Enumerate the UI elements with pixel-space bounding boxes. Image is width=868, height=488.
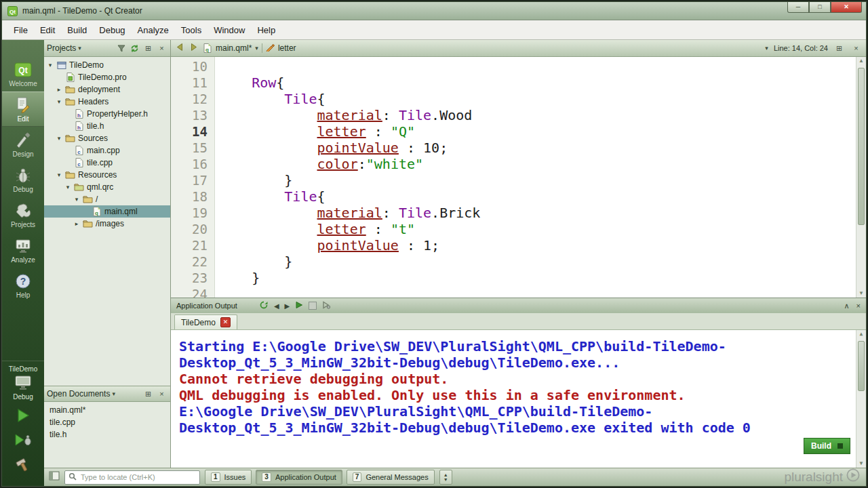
tree-item-sources[interactable]: ▾Sources [44,132,170,144]
help-icon: ? [15,272,31,290]
chevron-down-icon[interactable]: ▾ [765,45,768,52]
kit-selector[interactable]: TileDemo Debug [2,361,44,403]
close-editor-icon[interactable]: × [850,43,862,54]
sidebar-toggle-icon[interactable] [49,471,60,483]
code-token [219,221,317,237]
pane-spinner[interactable]: ▲ ▼ [439,470,452,485]
mode-edit[interactable]: Edit [2,92,44,127]
scroll-up-icon[interactable]: ▲ [856,57,866,65]
expand-icon[interactable]: ▸ [73,220,80,227]
split-icon[interactable]: ⊞ [142,388,154,400]
pane-button-general-messages[interactable]: 7General Messages [347,470,435,485]
collapse-icon[interactable]: ▾ [73,196,80,203]
code-editor[interactable]: 101112131415161718192021222324 Row{ Tile… [171,57,866,298]
debug-run-button[interactable] [2,428,44,452]
tree-item-qml-qrc[interactable]: ▾qml.qrc [44,181,170,193]
maximize-pane-icon[interactable]: ∧ [844,302,850,310]
scrollbar-thumb[interactable] [858,341,865,391]
tree-item-root[interactable]: ▾/ [44,193,170,205]
code-area[interactable]: Row{ Tile{ material: Tile.Wood letter : … [215,57,856,298]
pane-number: 3 [262,472,271,482]
menu-analyze[interactable]: Analyze [132,22,175,39]
menu-edit[interactable]: Edit [34,22,61,39]
split-icon[interactable]: ⊞ [833,43,845,54]
titlebar[interactable]: Qt main.qml - TileDemo - Qt Creator ─ □ … [2,2,866,20]
tree-item-tiledemo[interactable]: ▾TileDemo [44,59,170,71]
menu-file[interactable]: File [7,22,34,39]
editor-file-name[interactable]: main.qml* [216,43,252,53]
locator-input[interactable] [79,472,196,482]
close-panel-icon[interactable]: × [156,43,167,54]
menu-debug[interactable]: Debug [93,22,131,39]
tree-item-resources[interactable]: ▾Resources [44,169,170,181]
chevron-down-icon[interactable]: ▾ [255,45,258,52]
rerun-icon[interactable] [259,300,269,311]
forward-icon[interactable] [189,43,199,54]
tree-item-tiledemo-pro[interactable]: TileDemo.pro [44,71,170,83]
run-button[interactable] [2,403,44,428]
expand-icon[interactable]: ▸ [56,86,62,93]
maximize-button[interactable]: □ [809,2,831,13]
tree-item-propertyhelper-h[interactable]: hPropertyHelper.h [44,108,170,120]
collapse-icon[interactable]: ▾ [56,98,62,105]
collapse-icon[interactable]: ▾ [64,184,71,190]
locator[interactable] [64,470,200,485]
tree-item-main-cpp[interactable]: cmain.cpp [44,144,170,157]
minimize-button[interactable]: ─ [787,2,809,13]
tree-item-images[interactable]: ▸/images [44,218,170,230]
mode-design[interactable]: Design [2,127,44,162]
mode-analyze[interactable]: Analyze [2,232,44,268]
open-doc-main-qml[interactable]: main.qml* [44,404,170,416]
close-panel-icon[interactable]: × [156,388,167,400]
tree-item-main-qml[interactable]: qmain.qml [44,205,170,218]
chevron-down-icon[interactable]: ▾ [112,390,115,397]
projects-icon [15,202,31,220]
mode-debug[interactable]: Debug [2,162,44,197]
pane-button-application-output[interactable]: 3Application Output [256,470,342,485]
menu-window[interactable]: Window [208,22,251,39]
editor-scrollbar[interactable]: ▲ ▼ [856,57,866,298]
prev-item-icon[interactable]: ◀ [274,302,279,310]
tree-item-tile-cpp[interactable]: ctile.cpp [44,157,170,169]
output-console[interactable]: Starting E:\Google Drive\SW_DEV\PluralSi… [171,330,866,468]
output-scrollbar[interactable]: ▲ ▼ [856,330,866,468]
collapse-icon[interactable]: ▾ [47,62,54,68]
split-icon[interactable]: ⊞ [142,43,154,54]
debug-icon [15,167,31,184]
open-doc-tile-h[interactable]: tile.h [44,428,170,441]
pane-button-issues[interactable]: 1Issues [205,470,252,485]
build-button[interactable] [2,452,44,476]
run-icon[interactable] [295,301,303,310]
tree-item-headers[interactable]: ▾Headers [44,96,170,108]
open-doc-tile-cpp[interactable]: tile.cpp [44,416,170,428]
mode-projects[interactable]: Projects [2,197,44,232]
menu-tools[interactable]: Tools [175,22,208,39]
mode-help[interactable]: ?Help [2,268,44,303]
editor-symbol-name[interactable]: letter [278,43,296,53]
scrollbar-thumb[interactable] [858,68,865,225]
close-pane-icon[interactable]: × [856,302,861,310]
menu-help[interactable]: Help [251,22,281,39]
mode-welcome[interactable]: QtWelcome [2,56,44,92]
tree-item-tile-h[interactable]: htile.h [44,120,170,132]
projects-panel-title[interactable]: Projects [47,43,76,53]
collapse-icon[interactable]: ▾ [56,171,62,178]
close-button[interactable]: ✕ [831,2,862,13]
attach-icon[interactable] [322,301,330,310]
tab-close-icon[interactable]: ✕ [220,317,231,327]
back-icon[interactable] [175,43,185,54]
open-documents-title[interactable]: Open Documents [47,389,110,399]
sync-icon[interactable] [129,43,140,54]
scroll-down-icon[interactable]: ▼ [856,460,866,468]
menu-build[interactable]: Build [61,22,93,39]
collapse-icon[interactable]: ▾ [56,135,62,142]
output-tab-tiledemo[interactable]: TileDemo ✕ [174,314,237,329]
scroll-up-icon[interactable]: ▲ [856,330,866,338]
next-item-icon[interactable]: ▶ [285,302,290,310]
stop-icon[interactable] [309,302,317,310]
filter-icon[interactable] [115,43,127,54]
scroll-down-icon[interactable]: ▼ [856,289,866,298]
tree-item-deployment[interactable]: ▸deployment [44,83,170,96]
chevron-down-icon[interactable]: ▾ [78,45,81,52]
output-toolbar: ◀ ▶ [259,300,330,311]
